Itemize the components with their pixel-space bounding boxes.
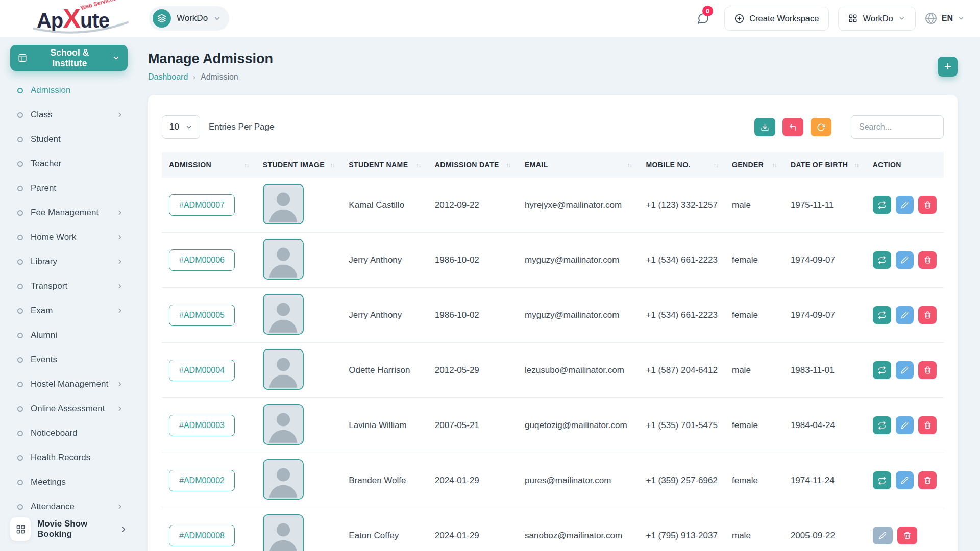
student-image[interactable] (263, 184, 304, 224)
download-icon (761, 123, 769, 132)
entries-per-page-select[interactable]: 10 (162, 115, 200, 139)
dob-cell: 1975-11-11 (783, 178, 866, 233)
student-image[interactable] (263, 404, 304, 445)
sidebar-item-parent[interactable]: Parent (10, 176, 128, 201)
sidebar-item-events[interactable]: Events (10, 347, 128, 372)
admission-id-button[interactable]: #ADM00007 (169, 194, 235, 216)
edit-button[interactable] (896, 306, 914, 324)
refresh-icon (817, 123, 825, 132)
admission-date-cell: 1986-10-02 (428, 233, 518, 288)
workspace-switcher[interactable]: WorkDo (149, 6, 229, 31)
column-header-mobile-no[interactable]: MOBILE NO.↑↓ (639, 152, 725, 178)
plus-circle-icon (734, 14, 744, 23)
convert-button[interactable] (873, 196, 891, 214)
account-menu-button[interactable]: WorkDo (838, 7, 915, 31)
sort-icon[interactable]: ↑↓ (627, 161, 631, 169)
avatar-placeholder-icon (264, 295, 303, 334)
item-bullet-icon (17, 382, 23, 387)
chevron-right-icon (116, 209, 124, 216)
edit-button[interactable] (896, 471, 914, 489)
search-input[interactable] (851, 115, 944, 139)
edit-button[interactable] (896, 416, 914, 434)
admission-id-button[interactable]: #ADM00003 (169, 415, 235, 436)
messages-button[interactable]: 0 (691, 7, 715, 30)
convert-button[interactable] (873, 306, 891, 324)
convert-button[interactable] (873, 471, 891, 489)
column-header-gender[interactable]: GENDER↑↓ (725, 152, 783, 178)
sidebar-item-home-work[interactable]: Home Work (10, 225, 128, 249)
student-image[interactable] (263, 239, 304, 280)
delete-button[interactable] (918, 306, 937, 324)
delete-button[interactable] (918, 416, 937, 434)
sidebar-item-health-records[interactable]: Health Records (10, 445, 128, 470)
sort-icon[interactable]: ↑↓ (416, 161, 421, 169)
delete-button[interactable] (918, 251, 937, 269)
item-bullet-icon (17, 235, 23, 240)
convert-button[interactable] (873, 416, 891, 434)
language-code: EN (942, 14, 953, 23)
sort-icon[interactable]: ↑↓ (713, 161, 718, 169)
sidebar-item-noticeboard[interactable]: Noticeboard (10, 421, 128, 445)
admission-id-button[interactable]: #ADM00004 (169, 360, 235, 381)
language-selector[interactable]: EN (925, 12, 965, 24)
refresh-button[interactable] (811, 118, 831, 136)
dob-cell: 1974-11-24 (783, 453, 866, 508)
edit-button[interactable] (896, 196, 914, 214)
brand-logo[interactable]: ApXute Web Services (0, 0, 146, 37)
sidebar-item-transport[interactable]: Transport (10, 274, 128, 298)
logo-part2: ute (80, 9, 109, 32)
student-image[interactable] (263, 459, 304, 500)
edit-button[interactable] (896, 251, 914, 269)
sidebar-section-school-institute[interactable]: School & Institute (10, 45, 128, 71)
sidebar-item-admission[interactable]: Admission (10, 78, 128, 103)
student-image[interactable] (263, 514, 304, 551)
add-admission-button[interactable] (938, 57, 958, 77)
sidebar-item-student[interactable]: Student (10, 127, 128, 152)
sort-icon[interactable]: ↑↓ (330, 161, 334, 169)
column-header-student-name[interactable]: STUDENT NAME↑↓ (341, 152, 428, 178)
item-bullet-icon (17, 455, 23, 461)
admission-id-button[interactable]: #ADM00006 (169, 249, 235, 271)
column-header-admission[interactable]: ADMISSION↑↓ (162, 152, 256, 178)
entries-per-page-label: Entries Per Page (209, 122, 275, 132)
export-download-button[interactable] (754, 118, 775, 136)
sidebar-item-alumni[interactable]: Alumni (10, 323, 128, 347)
sidebar-item-hostel-management[interactable]: Hostel Management (10, 372, 128, 396)
sort-icon[interactable]: ↑↓ (244, 161, 249, 169)
breadcrumb-dashboard-link[interactable]: Dashboard (148, 72, 188, 82)
create-workspace-button[interactable]: Create Workspace (724, 7, 829, 31)
admission-id-button[interactable]: #ADM00008 (169, 525, 235, 546)
sidebar-item-online-assessment[interactable]: Online Assessment (10, 396, 128, 421)
sidebar-item-teacher[interactable]: Teacher (10, 152, 128, 176)
sidebar-item-meetings[interactable]: Meetings (10, 470, 128, 494)
sidebar-item-fee-management[interactable]: Fee Management (10, 201, 128, 225)
sidebar-item-exam[interactable]: Exam (10, 298, 128, 323)
sort-icon[interactable]: ↑↓ (854, 161, 859, 169)
student-image[interactable] (263, 294, 304, 335)
column-header-student-image[interactable]: STUDENT IMAGE↑↓ (256, 152, 342, 178)
sort-icon[interactable]: ↑↓ (506, 161, 510, 169)
column-header-email[interactable]: EMAIL↑↓ (518, 152, 639, 178)
movie-booking-icon[interactable] (10, 517, 31, 541)
admission-id-button[interactable]: #ADM00005 (169, 305, 235, 326)
column-header-date-of-birth[interactable]: DATE OF BIRTH↑↓ (783, 152, 866, 178)
table-row: #ADM00002 Branden Wolfe 2024-01-29 pures… (162, 453, 944, 508)
delete-button[interactable] (918, 196, 937, 214)
convert-button[interactable] (873, 251, 891, 269)
sidebar-footer[interactable]: Movie Show Booking (10, 517, 128, 541)
sort-icon[interactable]: ↑↓ (772, 161, 776, 169)
sidebar-item-attendance[interactable]: Attendance (10, 494, 128, 517)
admission-id-button[interactable]: #ADM00002 (169, 470, 235, 491)
sidebar-item-library[interactable]: Library (10, 249, 128, 274)
sidebar-item-class[interactable]: Class (10, 103, 128, 127)
edit-button[interactable] (896, 361, 914, 379)
column-header-action[interactable]: ACTION↑↓ (866, 152, 944, 178)
delete-button[interactable] (918, 361, 937, 379)
convert-button[interactable] (873, 361, 891, 379)
edit-button[interactable] (873, 527, 893, 544)
column-header-admission-date[interactable]: ADMISSION DATE↑↓ (428, 152, 518, 178)
delete-button[interactable] (918, 471, 937, 489)
undo-button[interactable] (782, 118, 803, 136)
student-image[interactable] (263, 349, 304, 390)
delete-button[interactable] (897, 527, 917, 544)
